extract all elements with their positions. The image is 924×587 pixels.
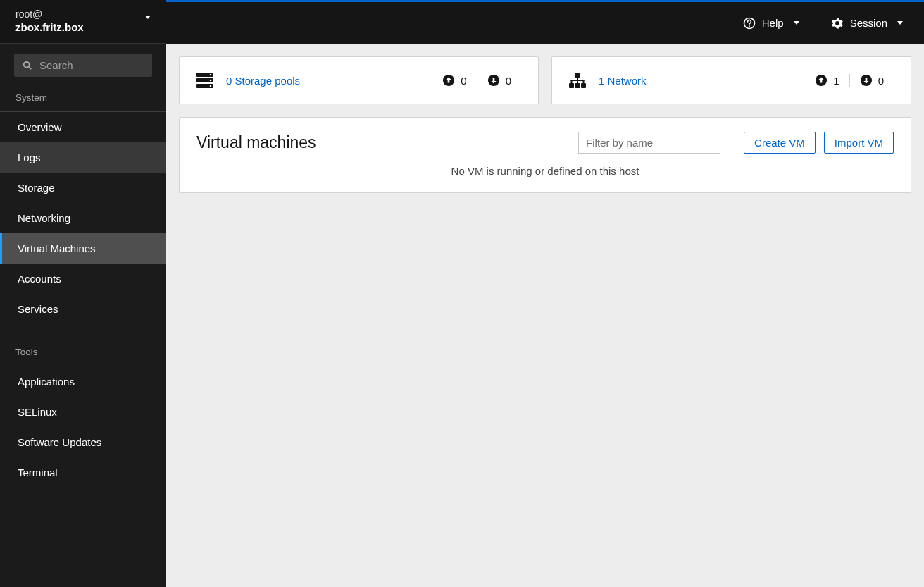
svg-point-7 xyxy=(210,74,212,76)
main-column: Help Session 0 Storage pools xyxy=(166,0,924,587)
chevron-down-icon xyxy=(794,21,799,25)
card-stats: 1 0 xyxy=(805,74,894,87)
chevron-down-icon xyxy=(897,21,903,25)
svg-rect-15 xyxy=(581,83,586,88)
svg-point-8 xyxy=(210,80,212,82)
storage-pools-link[interactable]: 0 Storage pools xyxy=(226,75,300,87)
help-menu[interactable]: Help xyxy=(737,12,805,35)
session-label: Session xyxy=(850,17,887,29)
divider xyxy=(732,135,732,151)
svg-line-1 xyxy=(29,66,31,68)
card-left: 0 Storage pools xyxy=(196,73,300,88)
network-up-value: 1 xyxy=(833,75,839,87)
network-down-stat: 0 xyxy=(849,74,894,87)
network-up-stat: 1 xyxy=(805,74,849,87)
storage-up-value: 0 xyxy=(461,75,466,87)
sidebar-item-networking[interactable]: Networking xyxy=(0,203,166,233)
summary-cards-row: 0 Storage pools 0 0 xyxy=(179,56,911,104)
create-vm-button[interactable]: Create VM xyxy=(744,132,816,154)
vm-panel-actions: Create VM Import VM xyxy=(578,132,894,154)
svg-point-0 xyxy=(24,61,30,67)
svg-rect-20 xyxy=(583,80,585,83)
sidebar-item-virtual-machines[interactable]: Virtual Machines xyxy=(0,233,166,264)
sidebar-item-software-updates[interactable]: Software Updates xyxy=(0,427,166,457)
storage-down-value: 0 xyxy=(506,75,511,87)
vm-panel-header: Virtual machines Create VM Import VM xyxy=(180,118,911,159)
filter-input[interactable] xyxy=(578,132,720,154)
spacer xyxy=(0,324,166,338)
svg-rect-12 xyxy=(575,73,580,78)
host-name: zbox.fritz.box xyxy=(15,21,84,33)
sidebar: root@ zbox.fritz.box System Overview Log… xyxy=(0,0,166,587)
network-card: 1 Network 1 0 xyxy=(551,56,911,104)
network-down-value: 0 xyxy=(878,75,884,87)
section-label: System xyxy=(0,84,166,110)
vm-empty-message: No VM is running or defined on this host xyxy=(180,159,911,192)
storage-pools-card: 0 Storage pools 0 0 xyxy=(179,56,539,104)
search-box[interactable] xyxy=(14,54,152,77)
search-container xyxy=(0,44,166,84)
search-input[interactable] xyxy=(39,59,166,71)
card-stats: 0 0 xyxy=(432,74,521,87)
vm-panel: Virtual machines Create VM Import VM No … xyxy=(179,117,911,193)
host-label: root@ zbox.fritz.box xyxy=(15,8,84,33)
help-label: Help xyxy=(762,17,784,29)
sidebar-item-applications[interactable]: Applications xyxy=(0,366,166,397)
search-icon xyxy=(23,61,32,70)
svg-rect-13 xyxy=(569,83,574,88)
svg-point-3 xyxy=(749,25,750,27)
sidebar-section-system: System Overview Logs Storage Networking … xyxy=(0,84,166,324)
arrow-down-circle-icon xyxy=(860,74,873,87)
sidebar-item-accounts[interactable]: Accounts xyxy=(0,264,166,294)
network-icon xyxy=(569,73,586,88)
host-user: root@ xyxy=(15,8,84,20)
sidebar-item-logs[interactable]: Logs xyxy=(0,142,166,173)
svg-rect-14 xyxy=(575,83,580,88)
chevron-down-icon xyxy=(145,16,151,19)
sidebar-item-overview[interactable]: Overview xyxy=(0,112,166,142)
session-menu[interactable]: Session xyxy=(825,12,909,35)
content-area: 0 Storage pools 0 0 xyxy=(166,44,924,587)
svg-rect-19 xyxy=(577,80,578,83)
arrow-down-circle-icon xyxy=(487,74,500,87)
sidebar-item-services[interactable]: Services xyxy=(0,294,166,324)
gear-icon xyxy=(830,16,844,30)
sidebar-item-storage[interactable]: Storage xyxy=(0,173,166,203)
sidebar-item-terminal[interactable]: Terminal xyxy=(0,457,166,488)
network-link[interactable]: 1 Network xyxy=(599,75,647,87)
storage-up-stat: 0 xyxy=(432,74,476,87)
help-icon xyxy=(742,16,756,30)
topbar: Help Session xyxy=(166,0,924,44)
svg-rect-18 xyxy=(571,80,573,83)
import-vm-button[interactable]: Import VM xyxy=(824,132,894,154)
sidebar-item-selinux[interactable]: SELinux xyxy=(0,397,166,427)
storage-icon xyxy=(196,73,213,88)
arrow-up-circle-icon xyxy=(815,74,828,87)
page-title: Virtual machines xyxy=(196,133,316,152)
section-label: Tools xyxy=(0,338,166,364)
sidebar-section-tools: Tools Applications SELinux Software Upda… xyxy=(0,338,166,488)
host-switcher[interactable]: root@ zbox.fritz.box xyxy=(0,0,166,44)
arrow-up-circle-icon xyxy=(442,74,455,87)
card-left: 1 Network xyxy=(569,73,647,88)
svg-point-9 xyxy=(210,85,212,87)
storage-down-stat: 0 xyxy=(477,74,521,87)
